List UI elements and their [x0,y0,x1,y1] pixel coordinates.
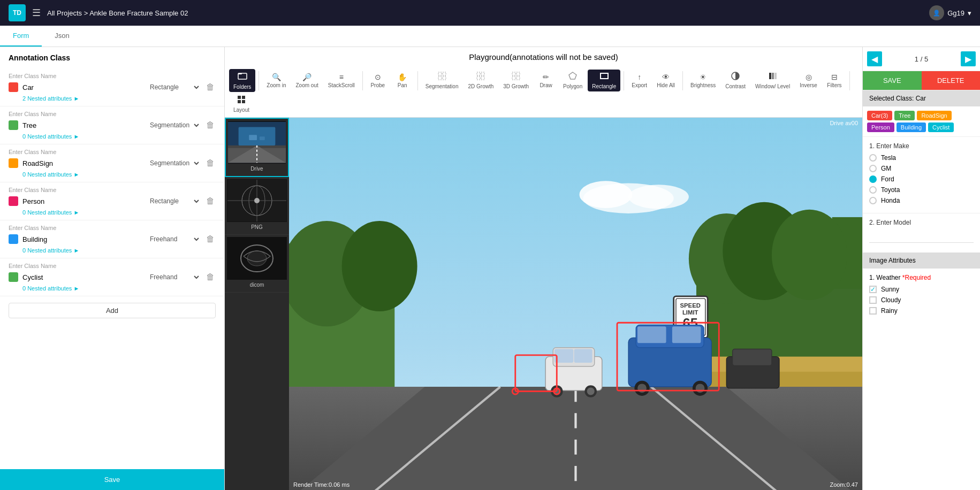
svg-point-40 [247,251,267,266]
radio-honda[interactable] [869,197,877,204]
tool-inverse[interactable]: ◎ Inverse [795,71,822,90]
class-type-building[interactable]: RectangleSegmentationFreehand [146,234,201,244]
delete-class-cyclist[interactable]: 🗑 [205,271,216,283]
nested-attrs-roadsign[interactable]: 0 Nested attributes ► [9,171,216,178]
thumbnail-png[interactable]: PNG [225,177,289,235]
tool-filters[interactable]: ⊟ Filters [823,71,846,90]
tool-polygon[interactable]: Polygon [559,70,587,91]
class-row: RectangleSegmentationFreehand 🗑 [9,233,216,245]
class-name-car[interactable] [22,83,141,91]
thumbnail-dicom-label: dicom [227,280,287,290]
delete-class-car[interactable]: 🗑 [205,81,216,93]
tool-draw[interactable]: ✏ Draw [534,71,558,90]
class-type-tree[interactable]: RectangleSegmentationFreehand [146,120,201,131]
window-level-icon [769,72,777,82]
delete-class-tree[interactable]: 🗑 [205,119,216,131]
class-name-tree[interactable] [22,121,141,129]
tool-segmentation[interactable]: Segmentation [421,70,463,91]
user-menu[interactable]: 👤 Gg19 ▾ [929,5,971,20]
tool-layout[interactable]: Layout [229,93,254,115]
save-bottom-button[interactable]: Save [0,469,224,490]
tool-zoom-in[interactable]: 🔍 Zoom in [262,71,290,90]
class-color-tree [9,120,18,130]
svg-rect-18 [772,73,774,79]
make-honda-label: Honda [881,197,900,204]
make-toyota[interactable]: Toyota [869,186,974,194]
class-tag-tree[interactable]: Tree [894,111,915,120]
nested-attrs-cyclist[interactable]: 0 Nested attributes ► [9,285,216,292]
class-tag-cyclist[interactable]: Cyclist [928,122,954,132]
tool-segmentation-label: Segmentation [426,83,459,89]
nav-prev-button[interactable]: ◀ [867,51,882,66]
delete-class-person[interactable]: 🗑 [205,195,216,207]
checkbox-rainy[interactable] [869,307,877,315]
tool-folders[interactable]: Folders [229,69,255,92]
make-ford[interactable]: Ford [869,175,974,183]
class-type-roadsign[interactable]: RectangleSegmentationFreehand [146,158,201,169]
make-honda[interactable]: Honda [869,197,974,204]
nested-attrs-building[interactable]: 0 Nested attributes ► [9,247,216,254]
nested-attrs-person[interactable]: 0 Nested attributes ► [9,209,216,216]
tool-probe[interactable]: ⊙ Probe [366,71,390,90]
tool-zoom-out-label: Zoom out [295,82,318,88]
thumbnail-drive[interactable]: Drive [225,118,289,177]
svg-rect-5 [443,76,446,80]
checkbox-sunny[interactable]: ✓ [869,286,877,293]
checkbox-cloudy[interactable] [869,296,877,304]
tool-contrast[interactable]: Contrast [721,70,750,91]
class-label: Enter Class Name [9,263,216,269]
tool-3d-growth[interactable]: 3D Growth [499,70,533,91]
class-name-roadsign[interactable] [22,159,141,167]
tool-stackscroll[interactable]: ≡ StackScroll [324,71,359,90]
main-layout: Annotation Class Enter Class Name Rectan… [0,47,980,490]
class-type-car[interactable]: RectangleSegmentationFreehand [146,82,201,93]
main-canvas[interactable]: SPEED LIMIT 65 [289,118,862,490]
menu-icon[interactable]: ☰ [32,7,41,19]
tool-window-level[interactable]: Window/ Level [751,70,794,91]
nested-attrs-car[interactable]: 2 Nested attributes ► [9,95,216,102]
tool-pan[interactable]: ✋ Pan [391,71,414,90]
brightness-icon: ☀ [700,73,706,81]
tool-contrast-label: Contrast [725,83,746,89]
thumbnail-dicom[interactable]: dicom [225,235,289,293]
model-input[interactable] [869,231,974,243]
weather-sunny[interactable]: ✓ Sunny [869,286,974,293]
class-type-cyclist[interactable]: RectangleSegmentationFreehand [146,272,201,282]
make-gm[interactable]: GM [869,165,974,172]
radio-tesla[interactable] [869,154,877,162]
nested-attrs-tree[interactable]: 0 Nested attributes ► [9,133,216,140]
tab-form[interactable]: Form [0,26,42,47]
weather-cloudy[interactable]: Cloudy [869,296,974,304]
class-name-building[interactable] [22,235,141,243]
weather-cloudy-label: Cloudy [881,296,901,304]
delete-class-building[interactable]: 🗑 [205,233,216,245]
tool-hide-all[interactable]: 👁 Hide All [652,71,679,90]
make-tesla[interactable]: Tesla [869,154,974,162]
class-item-cyclist: Enter Class Name RectangleSegmentationFr… [0,258,224,296]
nav-next-button[interactable]: ▶ [961,51,976,66]
class-type-person[interactable]: RectangleSegmentationFreehand [146,196,201,206]
tool-zoom-out[interactable]: 🔎 Zoom out [291,71,322,90]
weather-rainy[interactable]: Rainy [869,307,974,315]
tab-json[interactable]: Json [42,26,82,47]
make-attributes-section: 1. Enter Make Tesla GM Ford Toyota Honda [863,137,980,213]
class-name-person[interactable] [22,197,141,205]
checkmark-sunny: ✓ [870,286,876,293]
tool-2d-growth[interactable]: 2D Growth [464,70,498,91]
class-name-cyclist[interactable] [22,273,141,281]
class-tag-building[interactable]: Building [897,122,926,132]
add-class-button[interactable]: Add [9,303,216,318]
tool-rectangle[interactable]: Rectangle [588,70,620,91]
class-tag-roadsign[interactable]: RoadSign [917,111,951,120]
radio-toyota[interactable] [869,186,877,194]
radio-ford[interactable] [869,175,877,183]
save-button[interactable]: SAVE [863,71,922,90]
tool-brightness[interactable]: ☀ Brightness [686,71,720,90]
tool-export[interactable]: ↑ Export [627,71,651,90]
class-tag-person[interactable]: Person [867,122,894,132]
radio-gm[interactable] [869,165,877,172]
class-row: RectangleSegmentationFreehand 🗑 [9,195,216,207]
delete-class-roadsign[interactable]: 🗑 [205,157,216,169]
class-tag-car[interactable]: Car(3) [867,111,892,120]
delete-button[interactable]: DELETE [922,71,981,90]
